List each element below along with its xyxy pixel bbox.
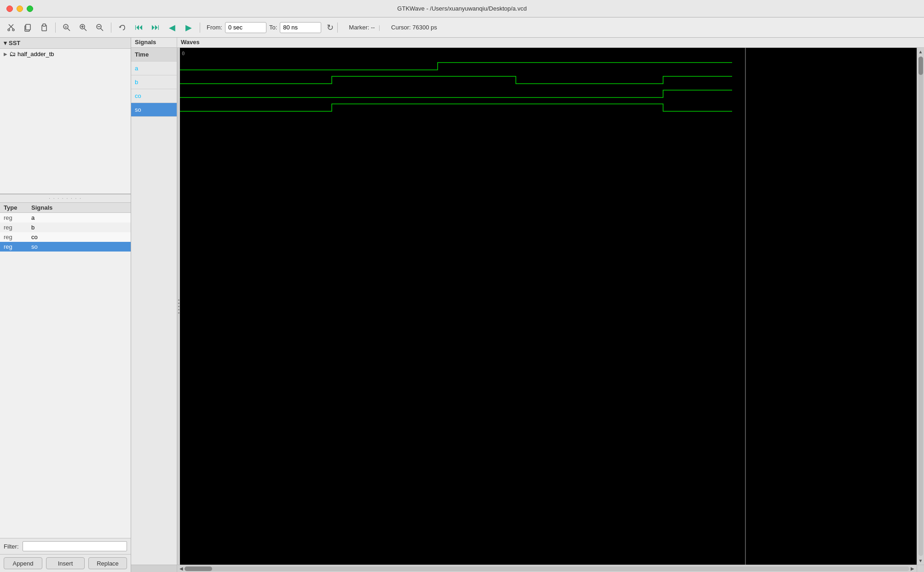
h-scroll-track[interactable]	[185, 566, 909, 571]
svg-line-9	[68, 29, 70, 31]
close-button[interactable]	[6, 6, 13, 12]
toolbar-sep-2	[111, 23, 111, 33]
left-panel: ▾ SST ▶ 🗂 half_adder_tb · · · · · · · · …	[0, 38, 131, 572]
signal-name-co: co	[31, 234, 127, 240]
signal-names-column: Time a b co so	[131, 48, 177, 565]
zoom-out-button[interactable]	[92, 21, 107, 34]
waves-header: Signals Waves	[131, 38, 924, 48]
signal-co-label: co	[131, 89, 177, 103]
paste-button[interactable]	[37, 21, 52, 34]
main-layout: ▾ SST ▶ 🗂 half_adder_tb · · · · · · · · …	[0, 38, 924, 572]
minimize-button[interactable]	[17, 6, 23, 12]
signal-name-a: a	[31, 214, 127, 221]
signal-type-a: reg	[4, 214, 31, 221]
sst-title: SST	[9, 40, 20, 46]
signal-type-co: reg	[4, 234, 31, 240]
h-scroll-thumb[interactable]	[185, 566, 212, 571]
right-panel: Signals Waves Time a b co so	[131, 38, 924, 572]
traffic-lights	[6, 6, 33, 12]
scroll-down-arrow[interactable]: ▼	[918, 557, 923, 565]
waves-canvas[interactable]: 0	[180, 48, 924, 565]
scrollbar-corner	[917, 565, 924, 572]
svg-point-2	[8, 29, 10, 31]
horizontal-scrollbar[interactable]: ◀ ▶	[177, 565, 917, 572]
signal-so-label: so	[131, 103, 177, 117]
scroll-left-arrow[interactable]: ◀	[178, 566, 185, 571]
sst-section: ▾ SST ▶ 🗂 half_adder_tb	[0, 38, 131, 194]
signal-row-b[interactable]: regb	[0, 223, 131, 232]
svg-text:⊕: ⊕	[64, 25, 67, 29]
svg-line-12	[84, 29, 87, 31]
forward-button[interactable]: ▶	[181, 21, 196, 34]
sst-item-half-adder-tb[interactable]: ▶ 🗂 half_adder_tb	[0, 49, 131, 59]
scroll-up-arrow[interactable]: ▲	[918, 48, 923, 56]
resize-handle[interactable]: · · · · · · · ·	[0, 194, 131, 203]
toolbar-sep-4	[337, 23, 338, 33]
filter-input[interactable]	[23, 541, 127, 551]
signal-name-b: b	[31, 224, 127, 231]
bottom-buttons: Append Insert Replace	[0, 554, 131, 572]
append-button[interactable]: Append	[4, 557, 42, 569]
marker-sep: |	[379, 24, 380, 31]
svg-rect-5	[26, 24, 30, 30]
signal-type-so: reg	[4, 243, 31, 250]
toolbar-sep-1	[55, 23, 56, 33]
svg-point-3	[12, 29, 14, 31]
vertical-scrollbar[interactable]: ▲ ▼	[917, 48, 924, 565]
waveform-container: Time a b co so 0	[131, 48, 924, 565]
svg-text:0: 0	[182, 51, 185, 57]
zoom-in-button[interactable]	[76, 21, 91, 34]
window-title: GTKWave - /Users/xuanyuwanqiu/Desktop/a.…	[397, 5, 526, 12]
time-row-label: Time	[131, 48, 177, 62]
tree-label: half_adder_tb	[17, 51, 54, 57]
copy-button[interactable]	[20, 21, 35, 34]
insert-button[interactable]: Insert	[46, 557, 85, 569]
toolbar-sep-3	[200, 23, 200, 33]
sst-header: ▾ SST	[0, 38, 131, 49]
maximize-button[interactable]	[27, 6, 33, 12]
tree-arrow-icon: ▶	[4, 51, 7, 57]
toolbar: ⊕ ⏮ ⏭ ◀ ▶ From: To: ↻ Marker: -- | Curso…	[0, 17, 924, 38]
signals-table-header: Type Signals	[0, 203, 131, 213]
signal-row-a[interactable]: rega	[0, 213, 131, 223]
signal-type-b: reg	[4, 224, 31, 231]
signal-row-co[interactable]: regco	[0, 232, 131, 242]
cut-button[interactable]	[4, 21, 18, 34]
col-signals-header: Signals	[31, 204, 127, 211]
scroll-right-arrow[interactable]: ▶	[909, 566, 916, 571]
marker-info: Marker: --	[349, 24, 375, 31]
v-scroll-thumb[interactable]	[918, 57, 923, 75]
signals-section: Type Signals regaregbregcoregso	[0, 203, 131, 538]
cursor-info: Cursor: 76300 ps	[391, 24, 437, 31]
end-button[interactable]: ⏭	[148, 21, 163, 34]
waves-waves-header: Waves	[177, 38, 924, 47]
waves-signals-header: Signals	[131, 38, 177, 47]
from-to-group: From: To:	[207, 22, 321, 33]
zoom-fit-button[interactable]: ⊕	[59, 21, 74, 34]
filter-label: Filter:	[4, 543, 19, 550]
waveform-svg: 0	[180, 48, 924, 565]
sst-collapse-icon[interactable]: ▾	[4, 40, 7, 46]
signal-b-label: b	[131, 75, 177, 89]
col-type-header: Type	[4, 204, 31, 211]
v-scroll-track[interactable]	[918, 57, 923, 556]
back-button[interactable]: ◀	[165, 21, 179, 34]
module-icon: 🗂	[9, 50, 16, 57]
filter-section: Filter:	[0, 538, 131, 554]
svg-rect-7	[43, 24, 46, 26]
titlebar: GTKWave - /Users/xuanyuwanqiu/Desktop/a.…	[0, 0, 924, 17]
svg-line-16	[101, 29, 103, 31]
to-input[interactable]	[280, 22, 321, 33]
begin-button[interactable]: ⏮	[132, 21, 146, 34]
refresh-icon[interactable]: ↻	[327, 23, 334, 33]
from-input[interactable]	[225, 22, 266, 33]
bottom-scrollbar-row: ◀ ▶	[131, 565, 924, 572]
undo-button[interactable]	[115, 21, 130, 34]
bottom-left-spacer	[131, 565, 177, 572]
signal-row-so[interactable]: regso	[0, 242, 131, 252]
from-label: From:	[207, 24, 222, 31]
to-label: To:	[269, 24, 277, 31]
replace-button[interactable]: Replace	[88, 557, 127, 569]
signal-name-so: so	[31, 243, 127, 250]
signal-a-label: a	[131, 62, 177, 75]
